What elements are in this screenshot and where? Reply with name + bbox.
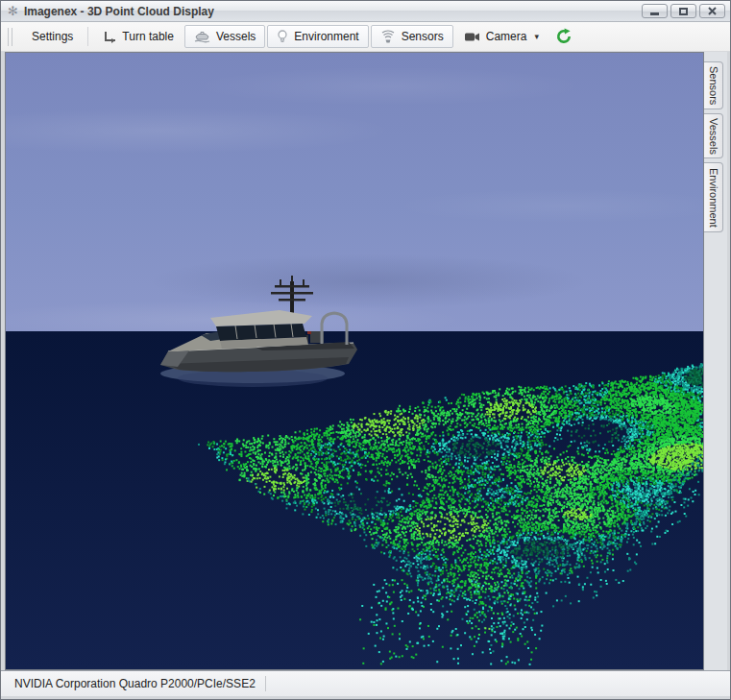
camera-button[interactable]: Camera ▾ (454, 25, 548, 48)
close-button[interactable] (699, 4, 725, 18)
sensors-button[interactable]: Sensors (371, 25, 453, 48)
environment-label: Environment (294, 30, 358, 43)
sonar-icon (380, 30, 396, 43)
toolbar: Settings Turn table Vessels En (1, 22, 730, 52)
tab-vessels[interactable]: Vessels (704, 113, 723, 158)
maximize-button[interactable] (670, 4, 696, 18)
toolbar-grip[interactable] (8, 28, 12, 46)
survey-vessel-model (157, 274, 360, 391)
camera-dropdown-caret: ▾ (534, 32, 539, 41)
close-icon (708, 7, 717, 15)
minimize-button[interactable] (642, 4, 668, 18)
tab-vessels-label: Vessels (708, 118, 719, 155)
turn-table-icon (103, 31, 116, 43)
settings-label: Settings (32, 30, 73, 43)
settings-button[interactable]: Settings (22, 25, 83, 48)
app-window: ✻ Imagenex - 3D Point Cloud Display Sett… (0, 0, 731, 700)
camera-icon (464, 32, 480, 42)
vessels-label: Vessels (216, 30, 256, 43)
gpu-status-text: NVIDIA Corporation Quadro P2000/PCIe/SSE… (14, 677, 256, 690)
tab-environment-label: Environment (708, 168, 719, 228)
side-tab-strip: Sensors Vessels Environment (704, 52, 727, 670)
tab-sensors-label: Sensors (708, 66, 719, 105)
vessel-icon (194, 31, 210, 43)
main-content: Sensors Vessels Environment (5, 52, 727, 670)
vessels-button[interactable]: Vessels (184, 25, 265, 48)
environment-button[interactable]: Environment (267, 25, 368, 48)
status-bar: NVIDIA Corporation Quadro P2000/PCIe/SSE… (1, 670, 730, 696)
status-separator (265, 676, 266, 691)
window-title: Imagenex - 3D Point Cloud Display (24, 5, 214, 18)
3d-viewport[interactable] (5, 52, 704, 670)
window-controls (642, 4, 725, 18)
toolbar-separator (87, 27, 88, 46)
refresh-button[interactable] (548, 25, 579, 48)
tab-sensors[interactable]: Sensors (704, 61, 723, 109)
app-icon: ✻ (8, 5, 18, 17)
refresh-icon (555, 28, 573, 45)
maximize-icon (679, 8, 688, 15)
camera-label: Camera (486, 30, 527, 43)
turn-table-button[interactable]: Turn table (93, 25, 183, 48)
title-bar[interactable]: ✻ Imagenex - 3D Point Cloud Display (1, 1, 730, 22)
minimize-icon (650, 12, 659, 15)
tab-environment[interactable]: Environment (704, 162, 723, 232)
lightbulb-icon (277, 30, 288, 44)
sensors-label: Sensors (402, 30, 444, 43)
turn-table-label: Turn table (122, 30, 174, 43)
